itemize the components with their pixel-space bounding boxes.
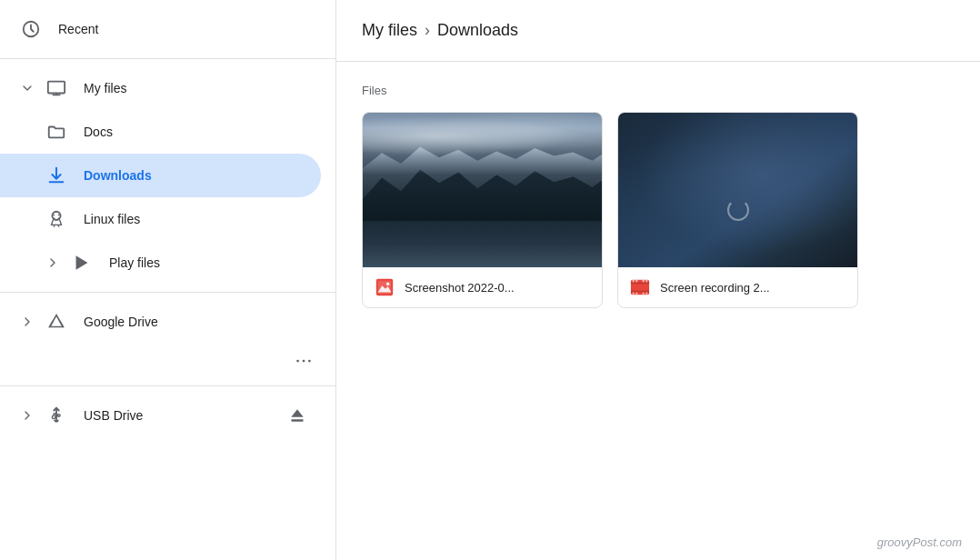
sidebar-item-docs[interactable]: Docs <box>0 110 321 154</box>
svg-rect-25 <box>633 280 635 283</box>
sidebar-item-usbdrive[interactable]: USB Drive <box>0 394 321 437</box>
sidebar-item-docs-label: Docs <box>84 125 113 139</box>
svg-rect-18 <box>291 419 303 422</box>
sidebar-item-myfiles[interactable]: My files <box>0 66 321 110</box>
sidebar-item-myfiles-label: My files <box>84 81 126 95</box>
file-info-recording: Screen recording 2... <box>618 267 857 307</box>
watermark: groovyPost.com <box>877 535 962 549</box>
svg-rect-26 <box>635 280 637 283</box>
chevron-right-drive-icon <box>18 315 36 329</box>
sidebar: Recent My files Docs <box>0 0 336 560</box>
usb-icon <box>44 403 69 428</box>
file-info-screenshot: Screenshot 2022-0... <box>363 267 602 307</box>
breadcrumb-downloads: Downloads <box>437 21 518 40</box>
sidebar-item-recent-label: Recent <box>58 22 98 36</box>
svg-rect-30 <box>645 280 647 283</box>
eject-icon[interactable] <box>288 406 306 425</box>
svg-marker-17 <box>291 409 303 416</box>
screenshot-filename: Screenshot 2022-0... <box>405 281 515 295</box>
recording-image <box>618 113 857 267</box>
svg-point-8 <box>296 360 299 363</box>
svg-rect-32 <box>645 293 647 295</box>
image-file-icon <box>374 276 395 298</box>
file-thumbnail-recording <box>618 113 857 267</box>
svg-point-7 <box>58 215 60 216</box>
breadcrumb: My files › Downloads <box>362 21 518 40</box>
sidebar-item-recent[interactable]: Recent <box>0 7 321 51</box>
svg-rect-28 <box>635 293 637 295</box>
chevron-right-usb-icon <box>18 408 36 423</box>
screenshot-image <box>363 113 602 267</box>
sidebar-item-linux-label: Linux files <box>84 212 140 226</box>
sidebar-item-usbdrive-label: USB Drive <box>84 408 288 423</box>
linux-icon <box>44 206 69 232</box>
svg-point-9 <box>303 360 305 363</box>
expand-section-button[interactable] <box>0 344 335 378</box>
svg-rect-24 <box>631 291 649 293</box>
sidebar-item-playfiles-label: Play files <box>109 255 160 270</box>
section-files-label: Files <box>362 84 955 97</box>
sidebar-item-downloads-label: Downloads <box>84 168 152 183</box>
sidebar-divider-1 <box>0 58 335 59</box>
svg-rect-1 <box>48 82 65 94</box>
breadcrumb-separator: › <box>425 21 430 40</box>
file-card-screenshot[interactable]: Screenshot 2022-0... <box>362 112 603 308</box>
sidebar-item-playfiles[interactable]: Play files <box>0 241 321 285</box>
file-thumbnail-screenshot <box>363 113 602 267</box>
sidebar-item-googledrive[interactable]: Google Drive <box>0 300 321 344</box>
computer-icon <box>44 75 69 101</box>
sidebar-item-downloads[interactable]: Downloads <box>0 154 321 197</box>
folder-icon <box>44 119 69 145</box>
drive-icon <box>44 309 69 335</box>
chevron-down-icon <box>18 81 36 95</box>
video-file-icon <box>629 276 651 298</box>
files-content: Files <box>336 62 980 560</box>
svg-rect-27 <box>633 293 635 295</box>
svg-rect-23 <box>631 283 649 285</box>
sidebar-item-googledrive-label: Google Drive <box>84 315 158 329</box>
play-store-icon <box>69 250 95 275</box>
sidebar-divider-3 <box>0 385 335 386</box>
main-content: My files › Downloads Files <box>336 0 980 560</box>
topbar: My files › Downloads <box>336 0 980 62</box>
svg-point-6 <box>53 215 55 216</box>
clouds-layer <box>363 113 602 159</box>
svg-rect-31 <box>643 293 645 295</box>
recording-filename: Screen recording 2... <box>660 281 770 295</box>
svg-point-10 <box>308 360 311 363</box>
files-grid: Screenshot 2022-0... <box>362 112 955 308</box>
svg-point-14 <box>52 415 55 419</box>
sidebar-divider-2 <box>0 292 335 293</box>
file-card-recording[interactable]: Screen recording 2... <box>617 112 858 308</box>
breadcrumb-myfiles[interactable]: My files <box>362 21 417 40</box>
recent-icon <box>18 16 44 42</box>
svg-point-21 <box>386 283 390 286</box>
chevron-right-play-icon <box>44 255 62 270</box>
download-icon <box>44 163 69 188</box>
sidebar-item-linux[interactable]: Linux files <box>0 197 321 241</box>
svg-rect-29 <box>643 280 645 283</box>
